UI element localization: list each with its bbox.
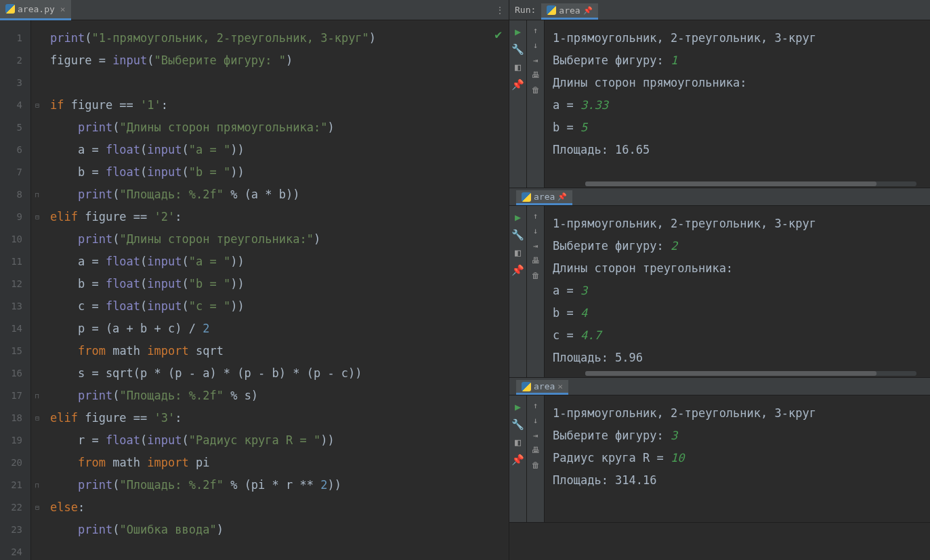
scrollbar[interactable]	[585, 371, 916, 376]
run-toolbar-2: ↑↓⇥🖶🗑	[527, 206, 545, 377]
console-line: c = 4.7	[553, 324, 922, 347]
tool-settings-button[interactable]: 🔧	[511, 43, 524, 56]
scroll-down-button[interactable]: ↓	[533, 226, 538, 236]
console-line: a = 3	[553, 280, 922, 302]
code-line[interactable]	[50, 541, 502, 560]
clear-button[interactable]: 🗑	[532, 85, 540, 95]
pin-button[interactable]: 📌	[511, 454, 524, 466]
console-line: Выберите фигуру: 1	[553, 49, 922, 72]
code-line[interactable]: a = float(input("a = "))	[50, 139, 502, 161]
pin-icon[interactable]: 📌	[583, 6, 593, 15]
layout-button[interactable]: ◧	[515, 246, 521, 259]
run-tab[interactable]: area 📌	[541, 3, 597, 20]
clear-button[interactable]: 🗑	[532, 271, 540, 280]
file-tab-label: area.py	[18, 4, 55, 14]
console-output[interactable]: 1-прямоугольник, 2-треугольник, 3-кругВы…	[545, 206, 930, 377]
run-pane-tab-label: area	[534, 381, 555, 391]
print-button[interactable]: 🖶	[532, 70, 540, 80]
layout-button[interactable]: ◧	[515, 61, 521, 73]
print-button[interactable]: 🖶	[532, 256, 540, 265]
code-line[interactable]: elif figure == '2':	[50, 206, 502, 228]
code-line[interactable]: r = float(input("Радиус круга R = "))	[50, 429, 502, 452]
print-button[interactable]: 🖶	[532, 446, 540, 455]
code-line[interactable]: else:	[50, 496, 502, 519]
close-icon[interactable]: ×	[58, 4, 66, 14]
code-line[interactable]	[50, 72, 502, 94]
layout-button[interactable]: ◧	[515, 436, 521, 448]
pin-button[interactable]: 📌	[511, 79, 524, 91]
python-file-icon	[522, 192, 531, 202]
console-output[interactable]: 1-прямоугольник, 2-треугольник, 3-кругВы…	[545, 395, 930, 522]
console-line: Длины сторон прямоугольника:	[553, 72, 922, 94]
soft-wrap-button[interactable]: ⇥	[533, 241, 538, 251]
run-toolbar-2: ↑↓⇥🖶🗑	[527, 395, 545, 522]
console-line: Длины сторон треугольника:	[553, 257, 922, 280]
rerun-button[interactable]: ▶	[515, 401, 521, 413]
scroll-up-button[interactable]: ↑	[533, 211, 538, 221]
code-line[interactable]: print("1-прямоугольник, 2-треугольник, 3…	[50, 27, 502, 49]
soft-wrap-button[interactable]: ⇥	[533, 56, 538, 65]
tabs-overflow[interactable]: ⋮	[495, 0, 505, 20]
console-line: b = 4	[553, 302, 922, 324]
rerun-button[interactable]: ▶	[515, 211, 521, 223]
console-output[interactable]: 1-прямоугольник, 2-треугольник, 3-кругВы…	[545, 20, 930, 188]
run-pane: ▶🔧◧📌↑↓⇥🖶🗑1-прямоугольник, 2-треугольник,…	[509, 20, 930, 188]
code-line[interactable]: b = float(input("b = "))	[50, 161, 502, 184]
kebab-icon[interactable]: ⋮	[495, 5, 505, 16]
run-header: Run: area 📌	[509, 0, 930, 20]
code-line[interactable]: p = (a + b + c) / 2	[50, 318, 502, 340]
code-area[interactable]: print("1-прямоугольник, 2-треугольник, 3…	[43, 20, 509, 560]
inspection-ok-icon: ✔	[494, 27, 502, 41]
run-tab-label: area	[559, 5, 580, 16]
scrollbar[interactable]	[585, 181, 916, 186]
console-line: a = 3.33	[553, 94, 922, 116]
run-pane-tab[interactable]: area📌	[509, 188, 930, 206]
line-number-gutter: 123456789101112131415161718192021222324	[0, 20, 31, 560]
pin-button[interactable]: 📌	[511, 264, 524, 276]
console-line: 1-прямоугольник, 2-треугольник, 3-круг	[553, 402, 922, 425]
run-toolbar: ▶🔧◧📌	[509, 206, 527, 377]
code-line[interactable]: print("Площадь: %.2f" % s)	[50, 385, 502, 407]
scroll-up-button[interactable]: ↑	[533, 401, 538, 410]
code-line[interactable]: c = float(input("c = "))	[50, 295, 502, 318]
scroll-down-button[interactable]: ↓	[533, 41, 538, 50]
file-tab[interactable]: area.py ×	[0, 0, 71, 20]
console-line: Площадь: 5.96	[553, 347, 922, 369]
editor-pane: area.py × ⋮ 1234567891011121314151617181…	[0, 0, 509, 560]
code-line[interactable]: figure = input("Выберите фигуру: ")	[50, 49, 502, 72]
run-column: Run: area 📌 ▶🔧◧📌↑↓⇥🖶🗑1-прямоугольник, 2-…	[509, 0, 930, 560]
code-line[interactable]: print("Площадь: %.2f" % (a * b))	[50, 184, 502, 206]
clear-button[interactable]: 🗑	[532, 460, 540, 470]
run-pane: area📌▶🔧◧📌↑↓⇥🖶🗑1-прямоугольник, 2-треугол…	[509, 188, 930, 378]
run-toolbar: ▶🔧◧📌	[509, 20, 527, 188]
pin-icon[interactable]: 📌	[557, 192, 567, 201]
editor-body: 123456789101112131415161718192021222324 …	[0, 20, 509, 560]
tool-settings-button[interactable]: 🔧	[511, 418, 524, 431]
run-pane-tab-label: area	[534, 192, 555, 202]
code-line[interactable]: from math import sqrt	[50, 340, 502, 362]
code-line[interactable]: a = float(input("a = "))	[50, 251, 502, 273]
run-pane-tab[interactable]: area×	[509, 378, 930, 395]
code-line[interactable]: print("Площадь: %.2f" % (pi * r ** 2))	[50, 474, 502, 496]
rerun-button[interactable]: ▶	[515, 26, 521, 38]
code-line[interactable]: if figure == '1':	[50, 94, 502, 116]
console-line: 1-прямоугольник, 2-треугольник, 3-круг	[553, 213, 922, 235]
python-file-icon	[547, 5, 556, 15]
scroll-up-button[interactable]: ↑	[533, 26, 538, 35]
console-line: 1-прямоугольник, 2-треугольник, 3-круг	[553, 27, 922, 49]
code-line[interactable]: elif figure == '3':	[50, 407, 502, 429]
code-line[interactable]: print("Длины сторон прямоугольника:")	[50, 116, 502, 139]
code-line[interactable]: print("Длины сторон треугольника:")	[50, 228, 502, 251]
console-line: Выберите фигуру: 2	[553, 235, 922, 257]
scroll-down-button[interactable]: ↓	[533, 416, 538, 425]
code-line[interactable]: s = sqrt(p * (p - a) * (p - b) * (p - c)…	[50, 362, 502, 385]
fold-column[interactable]: ⊟⊓⊟⊓⊟⊓⊟	[31, 20, 43, 560]
code-line[interactable]: print("Ошибка ввода")	[50, 519, 502, 541]
soft-wrap-button[interactable]: ⇥	[533, 431, 538, 440]
code-line[interactable]: b = float(input("b = "))	[50, 273, 502, 295]
python-file-icon	[522, 382, 531, 391]
run-toolbar: ▶🔧◧📌	[509, 395, 527, 522]
code-line[interactable]: from math import pi	[50, 452, 502, 474]
close-icon[interactable]: ×	[557, 381, 563, 391]
tool-settings-button[interactable]: 🔧	[511, 229, 524, 241]
